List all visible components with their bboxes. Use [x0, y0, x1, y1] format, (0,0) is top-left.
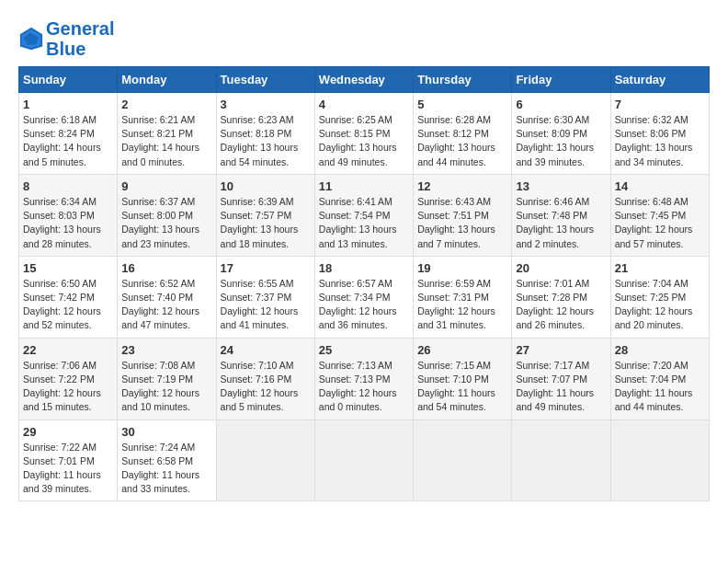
- day-info: Sunrise: 6:43 AMSunset: 7:51 PMDaylight:…: [417, 195, 507, 251]
- day-number: 14: [615, 179, 705, 193]
- day-number: 4: [319, 98, 409, 111]
- day-info: Sunrise: 7:17 AMSunset: 7:07 PMDaylight:…: [516, 359, 606, 415]
- day-cell: 11 Sunrise: 6:41 AMSunset: 7:54 PMDaylig…: [314, 174, 413, 256]
- day-number: 12: [417, 179, 507, 193]
- day-cell: 8 Sunrise: 6:34 AMSunset: 8:03 PMDayligh…: [19, 174, 118, 256]
- day-number: 20: [516, 261, 606, 275]
- day-info: Sunrise: 6:39 AMSunset: 7:57 PMDaylight:…: [221, 195, 311, 251]
- day-info: Sunrise: 6:55 AMSunset: 7:37 PMDaylight:…: [221, 277, 311, 333]
- calendar-table: SundayMondayTuesdayWednesdayThursdayFrid…: [18, 66, 710, 501]
- day-number: 27: [516, 343, 606, 357]
- day-cell: 22 Sunrise: 7:06 AMSunset: 7:22 PMDaylig…: [19, 338, 118, 419]
- day-cell: 29 Sunrise: 7:22 AMSunset: 7:01 PMDaylig…: [19, 419, 118, 501]
- day-info: Sunrise: 7:06 AMSunset: 7:22 PMDaylight:…: [23, 359, 113, 415]
- day-cell: 24 Sunrise: 7:10 AMSunset: 7:16 PMDaylig…: [216, 338, 314, 419]
- day-info: Sunrise: 6:23 AMSunset: 8:18 PMDaylight:…: [221, 113, 311, 169]
- day-cell: [414, 419, 512, 501]
- day-cell: 20 Sunrise: 7:01 AMSunset: 7:28 PMDaylig…: [512, 256, 610, 338]
- header-cell-tuesday: Tuesday: [216, 67, 314, 93]
- day-cell: 19 Sunrise: 6:59 AMSunset: 7:31 PMDaylig…: [414, 256, 512, 338]
- day-cell: [216, 419, 314, 501]
- day-info: Sunrise: 7:01 AMSunset: 7:28 PMDaylight:…: [516, 277, 606, 333]
- day-number: 8: [23, 179, 113, 193]
- week-row-2: 8 Sunrise: 6:34 AMSunset: 8:03 PMDayligh…: [19, 174, 710, 256]
- day-number: 30: [121, 425, 211, 439]
- day-cell: [314, 419, 413, 501]
- day-number: 17: [221, 261, 311, 275]
- calendar-body: 1 Sunrise: 6:18 AMSunset: 8:24 PMDayligh…: [19, 93, 710, 501]
- header-cell-sunday: Sunday: [19, 67, 118, 93]
- day-number: 15: [23, 261, 113, 275]
- day-info: Sunrise: 6:30 AMSunset: 8:09 PMDaylight:…: [516, 113, 606, 169]
- day-number: 3: [221, 98, 311, 111]
- day-info: Sunrise: 7:10 AMSunset: 7:16 PMDaylight:…: [221, 359, 311, 415]
- day-cell: 5 Sunrise: 6:28 AMSunset: 8:12 PMDayligh…: [414, 93, 512, 175]
- day-info: Sunrise: 7:08 AMSunset: 7:19 PMDaylight:…: [121, 359, 211, 415]
- day-cell: 14 Sunrise: 6:48 AMSunset: 7:45 PMDaylig…: [610, 174, 709, 256]
- day-info: Sunrise: 6:18 AMSunset: 8:24 PMDaylight:…: [23, 113, 113, 169]
- day-cell: 21 Sunrise: 7:04 AMSunset: 7:25 PMDaylig…: [610, 256, 709, 338]
- day-cell: [512, 419, 610, 501]
- day-cell: 1 Sunrise: 6:18 AMSunset: 8:24 PMDayligh…: [19, 93, 118, 175]
- day-info: Sunrise: 7:20 AMSunset: 7:04 PMDaylight:…: [615, 359, 705, 415]
- day-number: 29: [23, 425, 113, 439]
- day-info: Sunrise: 6:48 AMSunset: 7:45 PMDaylight:…: [615, 195, 705, 251]
- day-info: Sunrise: 7:22 AMSunset: 7:01 PMDaylight:…: [23, 441, 113, 497]
- day-info: Sunrise: 6:41 AMSunset: 7:54 PMDaylight:…: [319, 195, 409, 251]
- day-number: 10: [221, 179, 311, 193]
- header-cell-friday: Friday: [512, 67, 610, 93]
- day-info: Sunrise: 6:28 AMSunset: 8:12 PMDaylight:…: [417, 113, 507, 169]
- logo-icon: [18, 26, 44, 52]
- day-info: Sunrise: 6:57 AMSunset: 7:34 PMDaylight:…: [319, 277, 409, 333]
- day-cell: 18 Sunrise: 6:57 AMSunset: 7:34 PMDaylig…: [314, 256, 413, 338]
- header-cell-wednesday: Wednesday: [314, 67, 413, 93]
- day-cell: 9 Sunrise: 6:37 AMSunset: 8:00 PMDayligh…: [118, 174, 216, 256]
- day-number: 24: [221, 343, 311, 357]
- header-row: SundayMondayTuesdayWednesdayThursdayFrid…: [19, 67, 710, 93]
- day-cell: 12 Sunrise: 6:43 AMSunset: 7:51 PMDaylig…: [414, 174, 512, 256]
- day-cell: 2 Sunrise: 6:21 AMSunset: 8:21 PMDayligh…: [118, 93, 216, 175]
- day-number: 21: [615, 261, 705, 275]
- day-info: Sunrise: 7:24 AMSunset: 6:58 PMDaylight:…: [121, 441, 211, 497]
- day-info: Sunrise: 6:21 AMSunset: 8:21 PMDaylight:…: [121, 113, 211, 169]
- week-row-3: 15 Sunrise: 6:50 AMSunset: 7:42 PMDaylig…: [19, 256, 710, 338]
- day-cell: 6 Sunrise: 6:30 AMSunset: 8:09 PMDayligh…: [512, 93, 610, 175]
- day-cell: 16 Sunrise: 6:52 AMSunset: 7:40 PMDaylig…: [118, 256, 216, 338]
- header-cell-thursday: Thursday: [414, 67, 512, 93]
- day-number: 16: [121, 261, 211, 275]
- day-number: 13: [516, 179, 606, 193]
- day-cell: 10 Sunrise: 6:39 AMSunset: 7:57 PMDaylig…: [216, 174, 314, 256]
- day-number: 2: [121, 98, 211, 111]
- day-info: Sunrise: 6:25 AMSunset: 8:15 PMDaylight:…: [319, 113, 409, 169]
- day-cell: 7 Sunrise: 6:32 AMSunset: 8:06 PMDayligh…: [610, 93, 709, 175]
- day-cell: 17 Sunrise: 6:55 AMSunset: 7:37 PMDaylig…: [216, 256, 314, 338]
- day-info: Sunrise: 7:04 AMSunset: 7:25 PMDaylight:…: [615, 277, 705, 333]
- day-cell: 23 Sunrise: 7:08 AMSunset: 7:19 PMDaylig…: [118, 338, 216, 419]
- day-cell: 13 Sunrise: 6:46 AMSunset: 7:48 PMDaylig…: [512, 174, 610, 256]
- header-cell-saturday: Saturday: [610, 67, 709, 93]
- week-row-1: 1 Sunrise: 6:18 AMSunset: 8:24 PMDayligh…: [19, 93, 710, 175]
- day-number: 5: [417, 98, 507, 111]
- day-number: 7: [615, 98, 705, 111]
- day-info: Sunrise: 7:13 AMSunset: 7:13 PMDaylight:…: [319, 359, 409, 415]
- day-cell: 25 Sunrise: 7:13 AMSunset: 7:13 PMDaylig…: [314, 338, 413, 419]
- day-number: 25: [319, 343, 409, 357]
- day-info: Sunrise: 6:34 AMSunset: 8:03 PMDaylight:…: [23, 195, 113, 251]
- day-number: 9: [121, 179, 211, 193]
- day-number: 22: [23, 343, 113, 357]
- day-info: Sunrise: 6:46 AMSunset: 7:48 PMDaylight:…: [516, 195, 606, 251]
- calendar-header: SundayMondayTuesdayWednesdayThursdayFrid…: [19, 67, 710, 93]
- day-cell: 26 Sunrise: 7:15 AMSunset: 7:10 PMDaylig…: [414, 338, 512, 419]
- day-info: Sunrise: 6:37 AMSunset: 8:00 PMDaylight:…: [121, 195, 211, 251]
- day-info: Sunrise: 7:15 AMSunset: 7:10 PMDaylight:…: [417, 359, 507, 415]
- day-number: 18: [319, 261, 409, 275]
- day-number: 11: [319, 179, 409, 193]
- header-cell-monday: Monday: [118, 67, 216, 93]
- day-cell: 15 Sunrise: 6:50 AMSunset: 7:42 PMDaylig…: [19, 256, 118, 338]
- page-header: GeneralBlue: [18, 15, 710, 59]
- day-cell: 4 Sunrise: 6:25 AMSunset: 8:15 PMDayligh…: [314, 93, 413, 175]
- day-cell: [610, 419, 709, 501]
- week-row-4: 22 Sunrise: 7:06 AMSunset: 7:22 PMDaylig…: [19, 338, 710, 419]
- day-number: 26: [417, 343, 507, 357]
- day-cell: 30 Sunrise: 7:24 AMSunset: 6:58 PMDaylig…: [118, 419, 216, 501]
